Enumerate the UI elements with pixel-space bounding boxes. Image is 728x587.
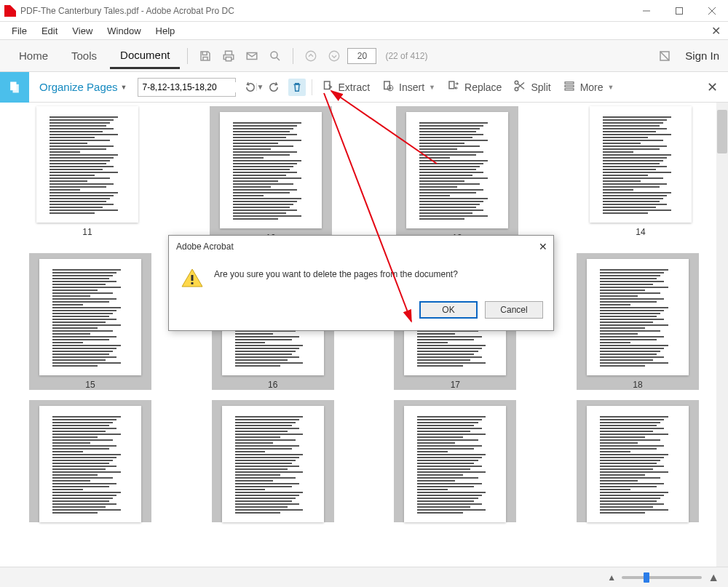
- page-image: [590, 106, 692, 223]
- page-number-input[interactable]: [347, 48, 376, 64]
- page-image: [220, 112, 322, 228]
- maximize-button[interactable]: [662, 0, 695, 22]
- page-thumbnail[interactable]: 13: [396, 106, 518, 243]
- bottom-bar: ▲ ▲: [0, 567, 728, 587]
- svg-rect-23: [191, 282, 194, 284]
- page-thumbnail[interactable]: [29, 400, 151, 522]
- svg-rect-20: [565, 85, 574, 87]
- organize-toolbar: Organize Pages▼ ▼ Extract Insert▼ Replac…: [0, 72, 728, 103]
- page-image: [36, 106, 138, 223]
- page-image: [404, 406, 506, 522]
- page-image: [39, 259, 141, 375]
- rotate-cw-icon[interactable]: [265, 79, 282, 96]
- menu-file[interactable]: File: [4, 24, 34, 38]
- svg-rect-1: [676, 7, 682, 14]
- svg-rect-16: [449, 81, 454, 89]
- page-number-label: 17: [451, 380, 460, 390]
- separator: [187, 48, 188, 64]
- menu-view[interactable]: View: [65, 24, 100, 38]
- zoom-slider-knob[interactable]: [644, 572, 649, 583]
- page-number-label: 15: [85, 380, 95, 390]
- page-thumbnail[interactable]: [577, 400, 699, 522]
- page-number-label: 18: [633, 380, 642, 390]
- close-menubar-icon[interactable]: ✕: [711, 24, 721, 38]
- zoom-small-icon[interactable]: ▲: [607, 572, 616, 583]
- more-dropdown[interactable]: More▼: [560, 79, 617, 95]
- scrollbar[interactable]: [716, 103, 728, 567]
- delete-icon[interactable]: [288, 79, 306, 96]
- replace-button[interactable]: Replace: [444, 79, 505, 95]
- page-range-input[interactable]: ▼: [138, 78, 236, 97]
- mail-icon[interactable]: [242, 46, 262, 66]
- dialog-title: Adobe Acrobat ✕: [169, 236, 553, 257]
- svg-point-8: [330, 51, 340, 61]
- rotate-ccw-icon[interactable]: [242, 79, 259, 96]
- title-bar: PDF-The Canterbury Tales.pdf - Adobe Acr…: [0, 0, 728, 22]
- svg-rect-12: [13, 84, 19, 92]
- app-icon: [4, 5, 16, 17]
- search-icon[interactable]: [265, 46, 285, 66]
- close-organize-icon[interactable]: ✕: [707, 79, 718, 95]
- separator: [312, 79, 312, 95]
- tab-document[interactable]: Document: [110, 43, 180, 69]
- dialog-close-icon[interactable]: ✕: [539, 241, 547, 252]
- page-number-label: 14: [636, 227, 645, 237]
- page-up-icon[interactable]: [301, 46, 321, 66]
- sign-in-button[interactable]: Sign In: [685, 49, 719, 62]
- menu-edit[interactable]: Edit: [34, 24, 65, 38]
- confirm-dialog: Adobe Acrobat ✕ Are you sure you want to…: [168, 235, 554, 331]
- page-thumbnail[interactable]: [394, 400, 516, 522]
- page-thumbnail[interactable]: 18: [577, 253, 699, 390]
- organize-pages-dropdown[interactable]: Organize Pages▼: [35, 81, 132, 93]
- menu-help[interactable]: Help: [149, 24, 183, 38]
- page-thumbnail[interactable]: [212, 400, 334, 522]
- print-icon[interactable]: [218, 46, 239, 66]
- dialog-message: Are you sure you want to delete the page…: [214, 268, 458, 288]
- insert-dropdown[interactable]: Insert▼: [379, 79, 438, 95]
- organize-pages-icon[interactable]: [0, 72, 29, 103]
- save-icon[interactable]: [195, 46, 215, 66]
- thumbnail-area: 11121314 15161718: [0, 103, 728, 567]
- page-number-label: 16: [268, 380, 277, 390]
- separator: [293, 48, 293, 64]
- svg-line-6: [277, 57, 280, 60]
- scrollbar-thumb[interactable]: [717, 110, 727, 153]
- menu-bar: File Edit View Window Help ✕: [0, 22, 728, 39]
- page-thumbnail[interactable]: 15: [29, 253, 151, 390]
- page-image: [39, 406, 141, 522]
- tab-home[interactable]: Home: [9, 44, 58, 68]
- page-thumbnail[interactable]: 12: [210, 106, 332, 243]
- zoom-slider[interactable]: [622, 576, 702, 579]
- page-image: [406, 112, 508, 228]
- page-image: [222, 406, 324, 522]
- svg-rect-22: [191, 275, 194, 281]
- cancel-button[interactable]: Cancel: [485, 301, 543, 319]
- ok-button[interactable]: OK: [419, 301, 478, 319]
- svg-line-10: [660, 52, 669, 60]
- thumbnail-toggle-icon[interactable]: [654, 46, 675, 66]
- menu-window[interactable]: Window: [100, 24, 148, 38]
- page-thumbnail[interactable]: 11: [29, 106, 146, 243]
- split-button[interactable]: Split: [510, 79, 553, 95]
- minimize-button[interactable]: [630, 0, 662, 22]
- close-button[interactable]: [695, 0, 728, 22]
- svg-rect-19: [565, 82, 574, 84]
- page-image: [587, 406, 689, 522]
- page-down-icon[interactable]: [324, 46, 344, 66]
- svg-point-7: [306, 51, 317, 61]
- window-title: PDF-The Canterbury Tales.pdf - Adobe Acr…: [20, 6, 630, 16]
- svg-rect-21: [565, 89, 574, 90]
- tab-tools[interactable]: Tools: [61, 44, 107, 68]
- extract-button[interactable]: Extract: [318, 79, 373, 95]
- warning-icon: [181, 268, 204, 288]
- top-toolbar: Home Tools Document (22 of 412) Sign In: [0, 39, 728, 72]
- svg-point-5: [271, 52, 277, 58]
- page-count-label: (22 of 412): [385, 51, 427, 61]
- page-thumbnail[interactable]: 14: [582, 106, 699, 243]
- page-number-label: 11: [82, 227, 92, 237]
- page-image: [587, 259, 689, 375]
- zoom-large-icon[interactable]: ▲: [708, 571, 719, 584]
